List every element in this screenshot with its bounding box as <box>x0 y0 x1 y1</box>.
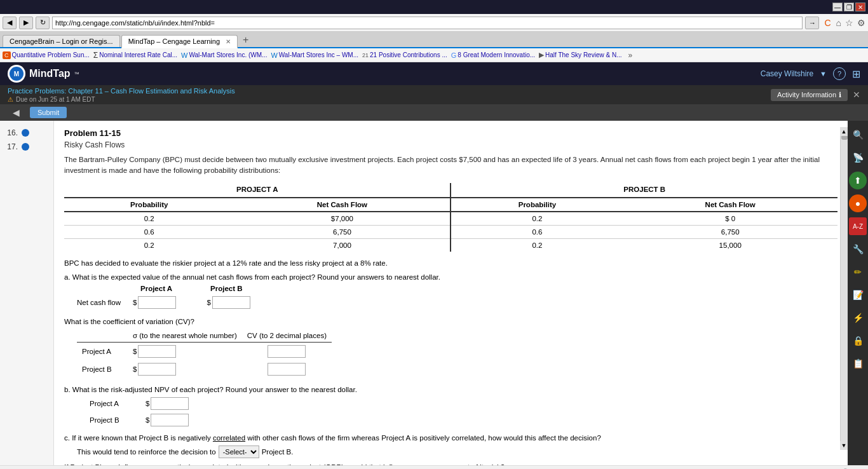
cv-a-input[interactable] <box>268 345 306 358</box>
ncf-b-3: 15,000 <box>623 238 837 252</box>
sidebar-lock-icon[interactable]: 🔒 <box>849 332 867 350</box>
ncf-a-input[interactable] <box>138 296 176 309</box>
sidebar-rss-icon[interactable]: 📡 <box>849 149 867 167</box>
scroll-up-icon[interactable]: ▲ <box>840 127 848 136</box>
ncf-a-input-group: $ <box>133 296 176 309</box>
sidebar-up-icon[interactable]: ⬆ <box>849 172 867 189</box>
prob-b-3: 0.2 <box>451 238 623 252</box>
net-cash-flow-label: Net cash flow <box>77 299 128 306</box>
bm-icon-g: G <box>451 51 457 59</box>
tab-submit[interactable]: Submit <box>30 107 67 118</box>
tools-icon[interactable]: ⚙ <box>857 18 865 28</box>
close-button[interactable]: ✕ <box>855 3 865 11</box>
refresh-button[interactable]: ↻ <box>36 17 50 29</box>
logo-circle: M <box>8 65 25 83</box>
bookmark-halfsky[interactable]: ▶ Half The Sky Review & N... <box>539 51 621 59</box>
scrollbar-track: ▲ ▼ <box>840 127 848 450</box>
project-b-header: PROJECT B <box>451 183 837 198</box>
part-b-label: b. What is the risk-adjusted NPV of each… <box>64 386 837 393</box>
minimize-button[interactable]: — <box>832 3 843 11</box>
select-decision[interactable]: -Select- <box>219 445 259 458</box>
new-tab-button[interactable]: + <box>239 33 252 47</box>
bookmark-8great[interactable]: G 8 Great Modern Innovatio... <box>451 51 535 59</box>
browser-icons: ⌂ ☆ ⚙ <box>836 18 865 28</box>
bm-icon-h: ▶ <box>539 51 544 59</box>
sidebar-dot-icon[interactable]: ● <box>849 194 867 212</box>
sigma-a-input[interactable] <box>138 345 176 358</box>
cv-sigma-b-cell: $ <box>128 360 242 378</box>
ncf-b-1: $ 0 <box>623 212 837 226</box>
sigma-b-group: $ <box>133 363 237 376</box>
tab-back[interactable]: ◀ <box>5 105 27 119</box>
tab-close-icon[interactable]: ✕ <box>226 38 231 45</box>
projects-table: PROJECT A PROJECT B Probability Net Cash… <box>64 183 837 252</box>
grid-icon[interactable]: ⊞ <box>852 68 860 80</box>
bm-icon-w2: W <box>271 51 277 59</box>
part-c-underline: correlated <box>213 434 245 442</box>
npv-proj-b-label: Project B <box>90 416 140 424</box>
reinforce-text: This would tend to reinforce the decisio… <box>77 448 216 456</box>
bookmark-walmart1[interactable]: W Wal-Mart Stores Inc. (WM... <box>181 51 267 59</box>
cv-table: σ (to the nearest whole number) CV (to 2… <box>77 329 332 378</box>
bookmark-nominal[interactable]: Σ Nominal Interest Rate Cal... <box>93 51 177 60</box>
ncf-b-input[interactable] <box>212 296 250 309</box>
ncf-a-1: $7,000 <box>234 212 451 226</box>
bm-icon-w1: W <box>181 51 187 59</box>
logo-inner: M <box>10 67 24 81</box>
activity-close-icon[interactable]: ✕ <box>853 90 860 100</box>
ncf-a-2: 6,750 <box>234 225 451 238</box>
star-icon[interactable]: ☆ <box>845 18 853 28</box>
title-bar: — ❐ ✕ <box>0 0 868 14</box>
bookmark-21positive[interactable]: 21 21 Positive Contributions ... <box>362 51 447 58</box>
proj-b-text: Project B. <box>262 448 294 456</box>
sidebar-edit-icon[interactable]: ✏ <box>849 263 867 281</box>
sidebar-list-icon[interactable]: 📋 <box>849 355 867 372</box>
sidebar-search-icon[interactable]: 🔍 <box>849 126 867 144</box>
sidebar-az-icon[interactable]: A-Z <box>849 217 867 235</box>
sidebar-tools-icon[interactable]: 🔧 <box>849 240 867 258</box>
cv-b-input[interactable] <box>268 363 306 376</box>
scroll-down-icon[interactable]: ▼ <box>840 441 848 450</box>
part-a-label: a. What is the expected value of the ann… <box>64 273 837 281</box>
tab-cengagebrain[interactable]: CengageBrain – Login or Regis... <box>3 35 120 47</box>
restore-button[interactable]: ❐ <box>844 3 854 11</box>
bookmark-quantitative[interactable]: C Quantitative Problem Sun... <box>3 51 90 59</box>
sidebar-flash-icon[interactable]: ⚡ <box>849 309 867 327</box>
nav-bar: ◀ ▶ ↻ → C ⌂ ☆ ⚙ <box>0 14 868 32</box>
go-button[interactable]: → <box>805 17 819 29</box>
prob-a-2: 0.6 <box>64 225 234 238</box>
content-area: Problem 11-15 Risky Cash Flows The Bartr… <box>54 121 848 465</box>
due-icon: ⚠ <box>8 96 13 103</box>
question-item-16[interactable]: 16. <box>3 126 51 140</box>
project-a-col-header: Project A <box>140 285 172 292</box>
back-button[interactable]: ◀ <box>3 17 17 29</box>
sigma-header: σ (to the nearest whole number) <box>128 329 242 343</box>
activity-bar: Practice Problems: Chapter 11 – Cash Flo… <box>0 85 868 104</box>
question-item-17[interactable]: 17. <box>3 140 51 154</box>
part-a: a. What is the expected value of the ann… <box>64 273 837 378</box>
sidebar-notes-icon[interactable]: 📝 <box>849 286 867 304</box>
user-name[interactable]: Casey Wiltshire <box>761 69 813 78</box>
cv-row-a: Project A $ <box>77 342 332 360</box>
dollar-sigma-b: $ <box>133 365 137 373</box>
npv-a-row: Project A $ <box>90 397 837 410</box>
forward-button[interactable]: ▶ <box>19 17 33 29</box>
user-dropdown-icon[interactable]: ▼ <box>820 70 827 78</box>
help-button[interactable]: ? <box>833 67 846 80</box>
activity-info-button[interactable]: Activity Information ℹ <box>771 89 848 101</box>
bookmark-walmart2[interactable]: W Wal-Mart Stores Inc – WM... <box>271 51 358 59</box>
npv-a-input[interactable] <box>151 397 189 410</box>
npv-b-input[interactable] <box>151 414 189 426</box>
net-cash-flow-row: Net cash flow $ $ <box>77 296 837 309</box>
address-bar[interactable] <box>52 17 803 29</box>
cv-sigma-a-cell: $ <box>128 342 242 360</box>
prob-a-3: 0.2 <box>64 238 234 252</box>
logo-tm: ™ <box>74 71 79 77</box>
sigma-b-input[interactable] <box>138 363 176 376</box>
more-bookmarks[interactable]: » <box>628 51 632 60</box>
home-icon[interactable]: ⌂ <box>836 18 841 28</box>
nav-tabs: ◀ Submit <box>0 104 868 121</box>
npv-section: Project A $ Project B $ <box>77 397 837 426</box>
tab-mindtap[interactable]: MindTap – Cengage Learning ✕ <box>121 35 238 48</box>
ncf-b-input-group: $ <box>207 296 250 309</box>
